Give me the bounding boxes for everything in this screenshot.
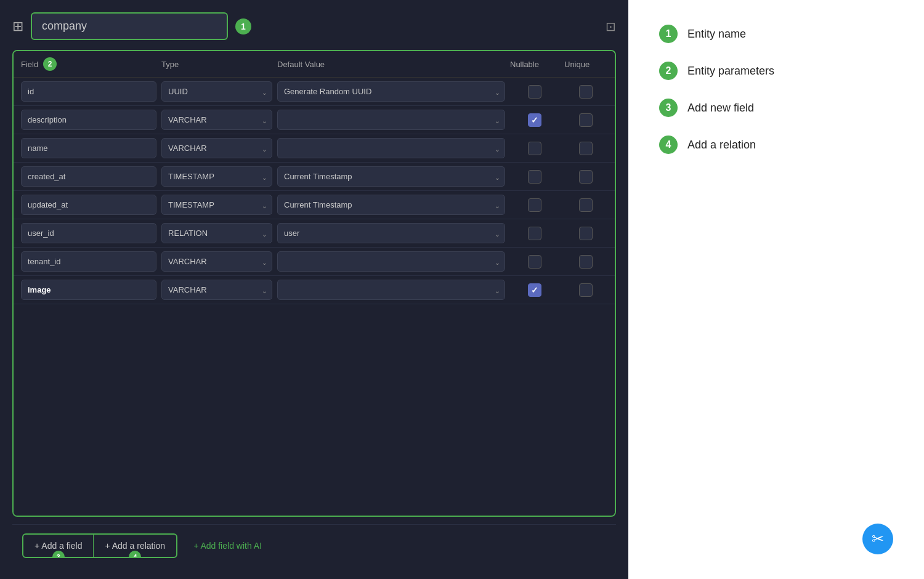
nullable-cell-tenant-id[interactable] (510, 255, 559, 269)
legend-label-3: Add new field (687, 102, 754, 115)
column-unique: Unique (564, 60, 607, 69)
column-default: Default Value (277, 60, 505, 69)
unique-checkbox-created-at[interactable] (579, 170, 593, 184)
column-nullable: Nullable (510, 60, 559, 69)
nullable-cell-image[interactable] (510, 283, 559, 297)
nullable-cell-name[interactable] (510, 142, 559, 155)
unique-checkbox-image[interactable] (579, 283, 593, 297)
field-name-created-at[interactable] (21, 166, 156, 187)
add-field-button[interactable]: + Add a field 3 (23, 535, 94, 557)
table-icon: ⊞ (12, 18, 23, 34)
default-select-tenant-id[interactable] (277, 251, 505, 272)
table-row: VARCHAR (14, 276, 615, 304)
default-select-user-id[interactable]: user (277, 223, 505, 243)
type-select-user-id[interactable]: RELATION (161, 223, 272, 243)
type-select-description[interactable]: VARCHAR (161, 110, 272, 130)
legend-item-1: 1 Entity name (659, 25, 893, 43)
unique-cell-image[interactable] (564, 283, 607, 297)
add-field-ai-button[interactable]: + Add field with AI (182, 535, 273, 557)
legend-label-4: Add a relation (687, 139, 756, 152)
unique-cell-description[interactable] (564, 113, 607, 127)
nullable-checkbox-image[interactable] (528, 283, 541, 297)
entity-params-badge: 2 (43, 57, 57, 71)
field-name-description[interactable] (21, 110, 156, 130)
default-select-id[interactable]: Generate Random UUID (277, 81, 505, 102)
nullable-cell-user-id[interactable] (510, 227, 559, 240)
unique-cell-created-at[interactable] (564, 170, 607, 184)
right-panel: 1 Entity name 2 Entity parameters 3 Add … (628, 0, 924, 579)
nullable-checkbox-description[interactable] (528, 113, 541, 127)
default-select-description[interactable] (277, 110, 505, 130)
unique-cell-tenant-id[interactable] (564, 255, 607, 269)
scissors-icon: ✂ (862, 524, 893, 554)
column-type: Type (161, 60, 272, 69)
field-name-updated-at[interactable] (21, 195, 156, 215)
default-select-image[interactable] (277, 280, 505, 300)
nullable-checkbox-created-at[interactable] (528, 170, 541, 184)
legend-item-3: 3 Add new field (659, 99, 893, 117)
nullable-cell-updated-at[interactable] (510, 198, 559, 212)
legend-badge-3: 3 (659, 99, 678, 117)
legend-badge-1: 1 (659, 25, 678, 43)
unique-checkbox-name[interactable] (579, 142, 593, 155)
table-row: VARCHAR (14, 134, 615, 163)
legend-label-2: Entity parameters (687, 65, 774, 78)
type-select-created-at[interactable]: TIMESTAMP (161, 166, 272, 187)
nullable-checkbox-updated-at[interactable] (528, 198, 541, 212)
nullable-cell-created-at[interactable] (510, 170, 559, 184)
unique-cell-name[interactable] (564, 142, 607, 155)
table-row: TIMESTAMP Current Timestamp (14, 191, 615, 219)
legend-item-2: 2 Entity parameters (659, 62, 893, 80)
unique-cell-user-id[interactable] (564, 227, 607, 240)
legend-item-4: 4 Add a relation (659, 136, 893, 154)
default-select-created-at[interactable]: Current Timestamp (277, 166, 505, 187)
field-name-image[interactable] (21, 280, 156, 300)
nullable-cell-id[interactable] (510, 85, 559, 99)
type-select-name[interactable]: VARCHAR (161, 138, 272, 158)
table-body: UUID Generate Random UUID VARCHAR (14, 78, 615, 516)
field-name-tenant-id[interactable] (21, 251, 156, 272)
field-name-user-id[interactable] (21, 223, 156, 243)
legend-badge-4: 4 (659, 136, 678, 154)
unique-cell-id[interactable] (564, 85, 607, 99)
default-select-name[interactable] (277, 138, 505, 158)
table-row: VARCHAR (14, 248, 615, 276)
unique-checkbox-user-id[interactable] (579, 227, 593, 240)
table-row: UUID Generate Random UUID (14, 78, 615, 106)
legend-label-1: Entity name (687, 28, 746, 41)
entity-name-badge: 1 (235, 18, 251, 34)
entity-name-input[interactable] (31, 12, 228, 40)
left-panel: ⊞ 1 ⊡ Field 2 Type Default Value Nullabl… (0, 0, 628, 579)
add-field-badge: 3 (52, 551, 65, 558)
unique-checkbox-updated-at[interactable] (579, 198, 593, 212)
action-bar: + Add a field 3 + Add a relation 4 + Add… (12, 524, 616, 567)
field-name-id[interactable] (21, 81, 156, 102)
type-select-tenant-id[interactable]: VARCHAR (161, 251, 272, 272)
default-select-updated-at[interactable]: Current Timestamp (277, 195, 505, 215)
nullable-checkbox-user-id[interactable] (528, 227, 541, 240)
table-row: TIMESTAMP Current Timestamp (14, 163, 615, 191)
unique-checkbox-tenant-id[interactable] (579, 255, 593, 269)
scissors-icon-wrapper: ✂ (862, 524, 893, 554)
add-relation-button[interactable]: + Add a relation 4 (94, 535, 176, 557)
nullable-checkbox-tenant-id[interactable] (528, 255, 541, 269)
unique-cell-updated-at[interactable] (564, 198, 607, 212)
table-row: RELATION user (14, 219, 615, 248)
table-row: VARCHAR (14, 106, 615, 134)
legend-badge-2: 2 (659, 62, 678, 80)
type-select-id[interactable]: UUID (161, 81, 272, 102)
header-row: ⊞ 1 ⊡ (12, 12, 616, 40)
unique-checkbox-description[interactable] (579, 113, 593, 127)
type-select-image[interactable]: VARCHAR (161, 280, 272, 300)
add-relation-badge: 4 (129, 551, 141, 558)
nullable-checkbox-name[interactable] (528, 142, 541, 155)
layout-icon[interactable]: ⊡ (606, 19, 616, 34)
type-select-updated-at[interactable]: TIMESTAMP (161, 195, 272, 215)
column-field: Field 2 (21, 57, 156, 71)
unique-checkbox-id[interactable] (579, 85, 593, 99)
nullable-cell-description[interactable] (510, 113, 559, 127)
table-header: Field 2 Type Default Value Nullable Uniq… (14, 51, 615, 78)
entity-table-wrapper: Field 2 Type Default Value Nullable Uniq… (12, 50, 616, 517)
field-name-name[interactable] (21, 138, 156, 158)
nullable-checkbox-id[interactable] (528, 85, 541, 99)
